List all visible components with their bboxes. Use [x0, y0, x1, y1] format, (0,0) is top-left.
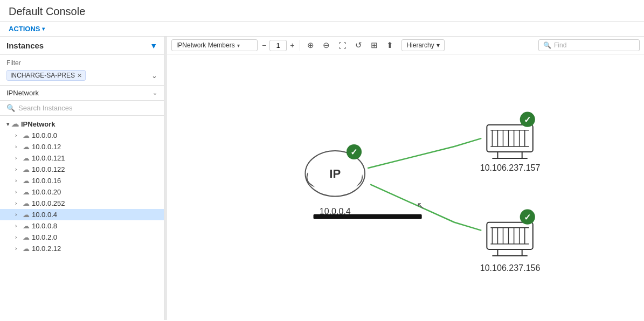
layout-icon: ⊞	[371, 40, 378, 50]
tree-item-chevron-0: ›	[15, 132, 20, 138]
tree-item[interactable]: › ☁ 10.0.0.16	[0, 175, 164, 186]
svg-text:✓: ✓	[524, 212, 531, 222]
page-number-input[interactable]	[269, 40, 287, 51]
tree-item-cloud-icon-1: ☁	[23, 143, 30, 151]
tree-group-header[interactable]: ▾ ☁ IPNetwork	[0, 118, 164, 130]
app-title: Default Console	[9, 5, 85, 17]
tree-item-selected[interactable]: › ☁ 10.0.0.4	[0, 209, 164, 220]
tree-item-cloud-icon-9: ☁	[23, 233, 30, 241]
tree-item-cloud-icon-8: ☁	[23, 222, 30, 230]
export-button[interactable]: ⬆	[384, 39, 396, 52]
canvas-toolbar: IPNetwork Members ▾ − + ⊕ ⊖ ⛶ ↺ ⊞	[167, 37, 644, 54]
tree-item-label-7: 10.0.0.4	[32, 211, 157, 219]
connection-line-4	[454, 222, 481, 231]
tree-item-cloud-icon-4: ☁	[23, 177, 30, 185]
connection-line-2	[454, 138, 481, 146]
hierarchy-dropdown[interactable]: Hierarchy ▾	[401, 39, 444, 51]
tree-item-chevron-10: ›	[15, 246, 20, 252]
filter-dropdown-arrow-icon[interactable]: ⌄	[151, 72, 157, 80]
tree-item-label-9: 10.0.2.0	[32, 233, 157, 241]
device1-node[interactable]: ✓	[487, 112, 535, 158]
tree-item-cloud-icon-2: ☁	[23, 154, 30, 162]
tree-item-chevron-6: ›	[15, 200, 20, 206]
toolbar-divider	[300, 40, 300, 51]
sidebar-title: Instances	[6, 41, 44, 50]
filter-label: Filter	[6, 59, 157, 67]
network-diagram: IP ✓ 10.0.0.4	[167, 54, 644, 315]
fit-button[interactable]: ⛶	[336, 39, 349, 52]
actions-bar: ACTIONS ▾	[0, 22, 644, 37]
tree-group-chevron-icon: ▾	[6, 121, 9, 127]
filter-icon[interactable]: ▼	[150, 41, 157, 50]
type-label: IPNetwork	[6, 89, 39, 97]
export-icon: ⬆	[386, 40, 393, 50]
main-layout: Instances ▼ Filter INCHARGE-SA-PRES ✕ ⌄ …	[0, 37, 644, 320]
tree-item[interactable]: › ☁ 10.0.0.252	[0, 198, 164, 209]
zoom-in-button[interactable]: ⊕	[304, 39, 317, 52]
zoom-out-icon: ⊖	[323, 40, 330, 50]
filter-tag-close-icon[interactable]: ✕	[77, 72, 82, 79]
cloud-node[interactable]: IP ✓	[305, 144, 365, 197]
tree-item-label-1: 10.0.0.12	[32, 143, 157, 151]
tree-item[interactable]: › ☁ 10.0.2.0	[0, 232, 164, 243]
tree-group-label: IPNetwork	[21, 120, 56, 128]
view-dropdown-arrow-icon: ▾	[237, 43, 240, 48]
page-next-button[interactable]: +	[289, 41, 295, 50]
tree-item-chevron-7: ›	[15, 212, 20, 218]
filter-tag-row: INCHARGE-SA-PRES ✕ ⌄	[6, 70, 157, 81]
filter-section: Filter INCHARGE-SA-PRES ✕ ⌄	[0, 55, 164, 86]
zoom-out-button[interactable]: ⊖	[320, 39, 333, 52]
refresh-button[interactable]: ↺	[352, 39, 365, 52]
tree-item-label-2: 10.0.0.121	[32, 154, 157, 162]
tree-item-cloud-icon-0: ☁	[23, 131, 30, 139]
tree-root: ▾ ☁ IPNetwork › ☁ 10.0.0.0 › ☁ 10.0.0.12…	[0, 116, 164, 256]
type-section[interactable]: IPNetwork ⌄	[0, 86, 164, 101]
tree-item-cloud-icon-10: ☁	[23, 245, 30, 253]
layout-button[interactable]: ⊞	[368, 39, 380, 52]
tree-item-cloud-icon-7: ☁	[23, 211, 30, 219]
tree-item[interactable]: › ☁ 10.0.2.12	[0, 243, 164, 254]
search-row: 🔍	[0, 101, 164, 116]
tree-item[interactable]: › ☁ 10.0.0.122	[0, 164, 164, 175]
device2-label: 10.106.237.156	[480, 263, 541, 273]
page-controls: − +	[261, 40, 295, 51]
tree-group-cloud-icon: ☁	[11, 120, 19, 128]
hierarchy-chevron-icon: ▾	[437, 41, 440, 49]
tree-item[interactable]: › ☁ 10.0.0.121	[0, 152, 164, 164]
tree-item-chevron-9: ›	[15, 234, 20, 240]
canvas-area: IPNetwork Members ▾ − + ⊕ ⊖ ⛶ ↺ ⊞	[167, 37, 644, 320]
device2-node[interactable]: ✓	[487, 210, 535, 256]
find-input[interactable]	[554, 41, 635, 49]
tree-item[interactable]: › ☁ 10.0.0.0	[0, 130, 164, 141]
tree-item-chevron-4: ›	[15, 178, 20, 184]
type-dropdown-icon[interactable]: ⌄	[153, 89, 157, 96]
svg-text:✓: ✓	[524, 115, 531, 124]
tree-item[interactable]: › ☁ 10.0.0.20	[0, 186, 164, 198]
actions-label: ACTIONS	[9, 25, 40, 33]
tree-item[interactable]: › ☁ 10.0.0.8	[0, 220, 164, 232]
find-search-icon: 🔍	[543, 41, 551, 49]
cloud-label: 10.0.0.4	[320, 206, 351, 216]
find-input-wrap: 🔍	[538, 39, 640, 51]
sidebar-header: Instances ▼	[0, 37, 164, 55]
tree-item-chevron-5: ›	[15, 189, 20, 195]
app-header: Default Console	[0, 0, 644, 22]
tree-item-chevron-8: ›	[15, 223, 20, 229]
actions-button[interactable]: ACTIONS ▾	[9, 25, 45, 33]
tree-item-label-0: 10.0.0.0	[32, 131, 157, 139]
search-input[interactable]	[18, 104, 157, 112]
tree-item[interactable]: › ☁ 10.0.0.12	[0, 141, 164, 152]
canvas-content[interactable]: IP ✓ 10.0.0.4	[167, 54, 644, 320]
view-dropdown[interactable]: IPNetwork Members ▾	[171, 39, 258, 51]
filter-tag: INCHARGE-SA-PRES ✕	[6, 70, 86, 81]
refresh-icon: ↺	[355, 40, 362, 50]
device1-label: 10.106.237.157	[480, 163, 541, 172]
tree-item-cloud-icon-3: ☁	[23, 165, 30, 173]
filter-tag-text: INCHARGE-SA-PRES	[10, 72, 75, 79]
svg-rect-23	[487, 222, 532, 249]
actions-chevron-icon: ▾	[42, 26, 45, 32]
tree-item-cloud-icon-5: ☁	[23, 188, 30, 196]
tree-item-chevron-3: ›	[15, 166, 20, 172]
tree-item-label-10: 10.0.2.12	[32, 245, 157, 253]
page-prev-button[interactable]: −	[261, 41, 267, 50]
